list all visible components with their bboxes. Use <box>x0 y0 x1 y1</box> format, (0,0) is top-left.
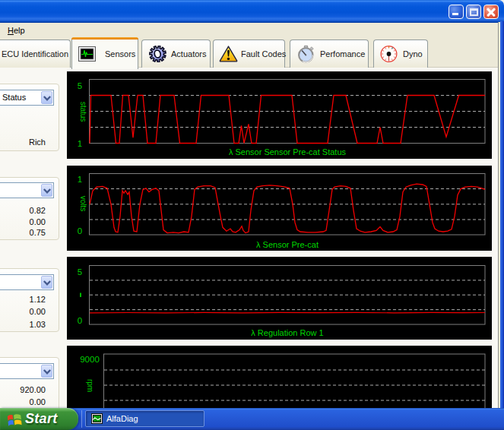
svg-text:1: 1 <box>78 139 82 148</box>
svg-text:5: 5 <box>78 81 82 90</box>
svg-text:9000: 9000 <box>80 355 100 364</box>
svg-text:status: status <box>79 102 87 122</box>
svg-text:λ Sensor Sensor Pre-cat Status: λ Sensor Sensor Pre-cat Status <box>229 147 347 157</box>
svg-text:rpm: rpm <box>86 379 94 392</box>
svg-text:λ Sensor Pre-cat: λ Sensor Pre-cat <box>256 240 319 249</box>
svg-text:0: 0 <box>78 316 82 325</box>
svg-text:1: 1 <box>78 175 82 184</box>
svg-text:5: 5 <box>78 267 82 277</box>
svg-text:λ Regulation Row 1: λ Regulation Row 1 <box>251 328 323 337</box>
svg-text:0: 0 <box>78 226 82 236</box>
svg-text:volts: volts <box>79 196 87 212</box>
